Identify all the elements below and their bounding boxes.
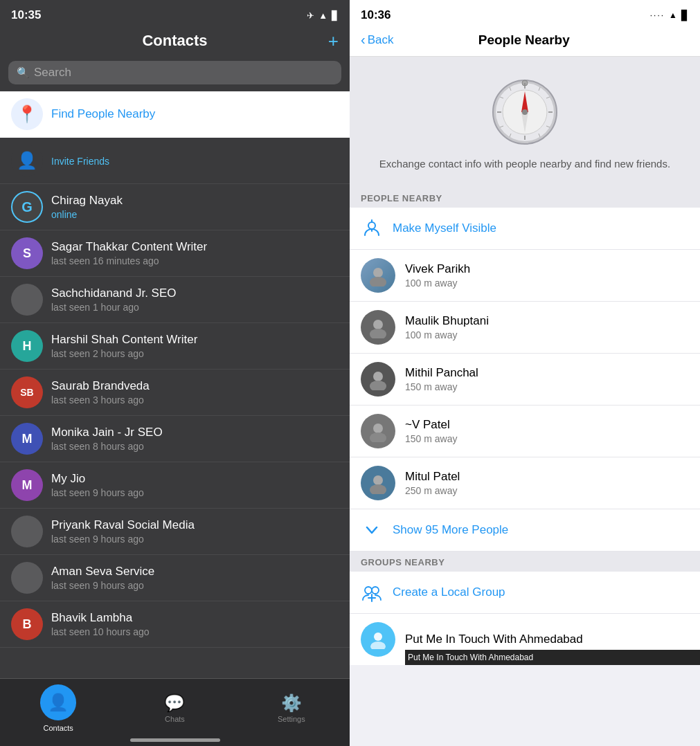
wifi-icon-right: ▲ bbox=[669, 10, 677, 20]
mithil-name: Mithil Panchal bbox=[405, 366, 689, 380]
vivek-info: Vivek Parikh 100 m away bbox=[405, 262, 689, 289]
svg-point-17 bbox=[522, 109, 528, 115]
chirag-status: online bbox=[51, 209, 339, 220]
people-list: Make Myself Visible Vivek Parikh 100 m a… bbox=[350, 208, 700, 552]
mithil-distance: 150 m away bbox=[405, 381, 689, 392]
contact-item-aman[interactable]: Aman Seva Service last seen 9 hours ago bbox=[0, 555, 350, 601]
invite-friends-item[interactable]: 👤 Invite Friends bbox=[0, 138, 350, 184]
search-input[interactable]: Search bbox=[34, 66, 71, 80]
person-item-mithil[interactable]: Mithil Panchal 150 m away bbox=[350, 354, 700, 406]
show-more-label: Show 95 More People bbox=[393, 523, 508, 537]
create-local-group-item[interactable]: Create a Local Group bbox=[350, 572, 700, 614]
vpatel-info: ~V Patel 150 m away bbox=[405, 418, 689, 444]
contact-item-sachchidanand[interactable]: Sachchidanand Jr. SEO last seen 1 hour a… bbox=[0, 277, 350, 323]
dots-icon: ···· bbox=[650, 10, 665, 20]
tab-bar: 👤 Contacts 💬 Chats ⚙️ Settings bbox=[0, 678, 350, 746]
contact-item-priyank[interactable]: Priyank Raval Social Media last seen 9 h… bbox=[0, 509, 350, 555]
myjio-name: My Jio bbox=[51, 472, 339, 486]
monika-name: Monika Jain - Jr SEO bbox=[51, 426, 339, 439]
search-input-wrapper[interactable]: 🔍 Search bbox=[8, 61, 341, 84]
monika-info: Monika Jain - Jr SEO last seen 8 hours a… bbox=[51, 426, 339, 452]
search-icon: 🔍 bbox=[17, 66, 30, 79]
chirag-info: Chirag Nayak online bbox=[51, 194, 339, 220]
back-label: Back bbox=[368, 33, 394, 47]
contact-item-saurab[interactable]: SB Saurab Brandveda last seen 3 hours ag… bbox=[0, 370, 350, 416]
svg-point-33 bbox=[365, 587, 372, 594]
harshil-info: Harshil Shah Content Writer last seen 2 … bbox=[51, 333, 339, 359]
tab-settings[interactable]: ⚙️ Settings bbox=[233, 693, 350, 723]
people-nearby-section-header: PEOPLE NEARBY bbox=[350, 188, 700, 208]
make-visible-icon bbox=[361, 217, 383, 239]
myjio-status: last seen 9 hours ago bbox=[51, 487, 339, 498]
svg-point-30 bbox=[370, 433, 386, 442]
put-me-in-touch-item[interactable]: Put Me In Touch With Ahmedabad Put Me In… bbox=[350, 614, 700, 665]
chevron-down-icon bbox=[361, 519, 383, 541]
left-panel: 10:35 ✈ ▲ ▊ Contacts + 🔍 Search 📍 Find P… bbox=[0, 0, 350, 746]
maulik-info: Maulik Bhuptani 100 m away bbox=[405, 314, 689, 340]
find-people-nearby-item[interactable]: 📍 Find People Nearby bbox=[0, 91, 350, 138]
harshil-status: last seen 2 hours ago bbox=[51, 348, 339, 359]
svg-point-29 bbox=[373, 424, 383, 433]
compass-icon bbox=[490, 78, 559, 147]
saurab-name: Saurab Brandveda bbox=[51, 379, 339, 393]
bhavik-status: last seen 10 hours ago bbox=[51, 626, 339, 637]
status-time-right: 10:36 bbox=[361, 8, 391, 22]
tab-contacts[interactable]: 👤 Contacts bbox=[0, 684, 116, 732]
svg-point-24 bbox=[370, 277, 386, 286]
vpatel-avatar bbox=[361, 414, 395, 448]
location-avatar: 📍 bbox=[11, 98, 43, 130]
chirag-name: Chirag Nayak bbox=[51, 194, 339, 208]
compass-description: Exchange contact info with people nearby… bbox=[379, 156, 670, 171]
aman-name: Aman Seva Service bbox=[51, 565, 339, 579]
status-icons-right: ···· ▲ ▊ bbox=[650, 10, 689, 21]
saurab-status: last seen 3 hours ago bbox=[51, 394, 339, 406]
tab-chats[interactable]: 💬 Chats bbox=[116, 693, 233, 723]
right-content: Exchange contact info with people nearby… bbox=[350, 57, 700, 746]
harshil-avatar: H bbox=[11, 330, 43, 362]
aman-info: Aman Seva Service last seen 9 hours ago bbox=[51, 565, 339, 591]
put-me-info: Put Me In Touch With Ahmedabad bbox=[405, 633, 583, 646]
bhavik-avatar: B bbox=[11, 608, 43, 640]
invite-avatar: 👤 bbox=[11, 145, 43, 176]
wifi-icon-left: ▲ bbox=[318, 10, 327, 21]
contact-item-myjio[interactable]: M My Jio last seen 9 hours ago bbox=[0, 462, 350, 509]
saurab-avatar: SB bbox=[11, 376, 43, 408]
priyank-status: last seen 9 hours ago bbox=[51, 534, 339, 545]
make-visible-label: Make Myself Visible bbox=[393, 221, 496, 235]
show-more-people-item[interactable]: Show 95 More People bbox=[350, 509, 700, 552]
svg-point-38 bbox=[370, 642, 386, 649]
sagar-avatar: S bbox=[11, 237, 43, 269]
saurab-info: Saurab Brandveda last seen 3 hours ago bbox=[51, 379, 339, 406]
find-nearby-name: Find People Nearby bbox=[51, 107, 339, 121]
person-item-mitul[interactable]: Mitul Patel 250 m away bbox=[350, 457, 700, 509]
maulik-distance: 100 m away bbox=[405, 329, 689, 340]
contacts-list: 📍 Find People Nearby 👤 Invite Friends G … bbox=[0, 91, 350, 678]
sachchidanand-avatar bbox=[11, 284, 43, 316]
put-me-name: Put Me In Touch With Ahmedabad bbox=[405, 633, 583, 646]
contacts-tab-label: Contacts bbox=[43, 724, 73, 732]
contact-item-chirag[interactable]: G Chirag Nayak online bbox=[0, 184, 350, 230]
right-panel: 10:36 ···· ▲ ▊ ‹ Back People Nearby bbox=[350, 0, 700, 746]
make-visible-item[interactable]: Make Myself Visible bbox=[350, 208, 700, 250]
svg-point-25 bbox=[373, 320, 383, 329]
svg-point-27 bbox=[373, 372, 383, 381]
person-item-maulik[interactable]: Maulik Bhuptani 100 m away bbox=[350, 302, 700, 354]
aman-status: last seen 9 hours ago bbox=[51, 580, 339, 591]
contacts-bubble: 👤 bbox=[40, 684, 76, 720]
contact-item-sagar[interactable]: S Sagar Thakkar Content Writer last seen… bbox=[0, 230, 350, 277]
back-button[interactable]: ‹ Back bbox=[361, 32, 393, 48]
person-item-vivek[interactable]: Vivek Parikh 100 m away bbox=[350, 250, 700, 302]
person-item-vpatel[interactable]: ~V Patel 150 m away bbox=[350, 406, 700, 457]
myjio-info: My Jio last seen 9 hours ago bbox=[51, 472, 339, 498]
right-header: ‹ Back People Nearby bbox=[350, 26, 700, 57]
mitul-info: Mitul Patel 250 m away bbox=[405, 470, 689, 496]
sachchidanand-name: Sachchidanand Jr. SEO bbox=[51, 286, 339, 300]
find-nearby-info: Find People Nearby bbox=[51, 107, 339, 121]
sagar-name: Sagar Thakkar Content Writer bbox=[51, 240, 339, 254]
invite-info: Invite Friends bbox=[51, 154, 339, 167]
contact-item-monika[interactable]: M Monika Jain - Jr SEO last seen 8 hours… bbox=[0, 416, 350, 462]
contact-item-bhavik[interactable]: B Bhavik Lambha last seen 10 hours ago bbox=[0, 601, 350, 648]
add-contact-button[interactable]: + bbox=[328, 30, 339, 52]
contact-item-harshil[interactable]: H Harshil Shah Content Writer last seen … bbox=[0, 323, 350, 370]
sagar-status: last seen 16 minutes ago bbox=[51, 255, 339, 266]
